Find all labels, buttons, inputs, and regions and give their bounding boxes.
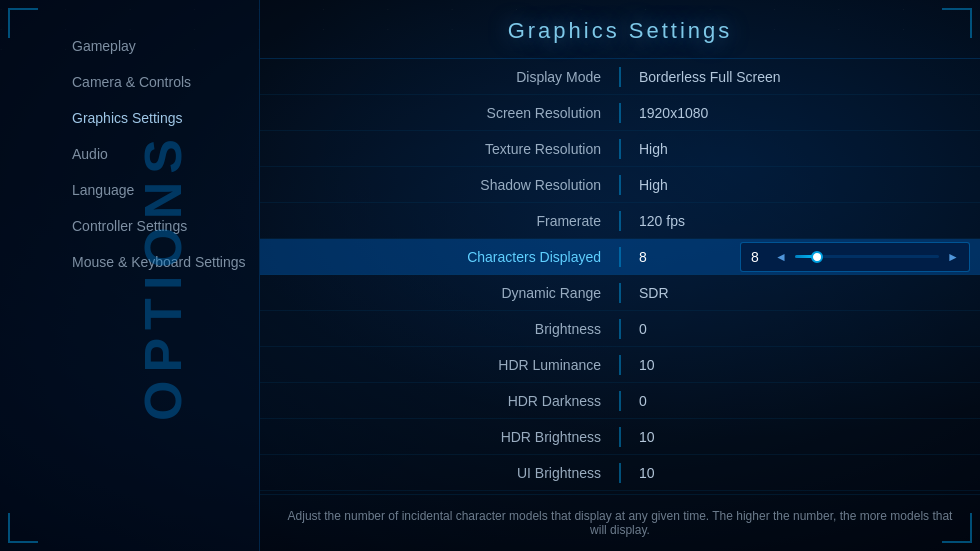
setting-value-ui-brightness: 10 <box>623 457 980 489</box>
sidebar-item-gameplay[interactable]: Gameplay <box>60 30 259 62</box>
slider-right-arrow[interactable]: ► <box>947 250 959 264</box>
setting-value-framerate: 120 fps <box>623 205 980 237</box>
setting-divider-screen-resolution <box>619 103 621 123</box>
setting-divider-characters-displayed <box>619 247 621 267</box>
setting-label-characters-displayed: Characters Displayed <box>260 241 617 273</box>
setting-value-hdr-luminance: 10 <box>623 349 980 381</box>
setting-divider-hdr-brightness <box>619 427 621 447</box>
setting-row-brightness[interactable]: Brightness0 <box>260 311 980 347</box>
setting-label-hdr-luminance: HDR Luminance <box>260 349 617 381</box>
setting-divider-dynamic-range <box>619 283 621 303</box>
setting-label-ui-brightness: UI Brightness <box>260 457 617 489</box>
slider-left-arrow[interactable]: ◄ <box>775 250 787 264</box>
corner-decoration-tr <box>942 8 972 38</box>
setting-divider-framerate <box>619 211 621 231</box>
panel-title: Graphics Settings <box>260 0 980 59</box>
setting-label-texture-resolution: Texture Resolution <box>260 133 617 165</box>
setting-value-texture-resolution: High <box>623 133 980 165</box>
setting-value-display-mode: Borderless Full Screen <box>623 61 980 93</box>
setting-row-texture-resolution[interactable]: Texture ResolutionHigh <box>260 131 980 167</box>
setting-value-screen-resolution: 1920x1080 <box>623 97 980 129</box>
setting-row-characters-displayed[interactable]: Characters Displayed88◄► <box>260 239 980 275</box>
setting-divider-hdr-darkness <box>619 391 621 411</box>
slider-current-value: 8 <box>751 249 767 265</box>
settings-list: Display ModeBorderless Full ScreenScreen… <box>260 59 980 494</box>
slider-popup: 8◄► <box>740 242 970 272</box>
sidebar-item-camera-controls[interactable]: Camera & Controls <box>60 66 259 98</box>
setting-row-framerate[interactable]: Framerate120 fps <box>260 203 980 239</box>
setting-value-brightness: 0 <box>623 313 980 345</box>
setting-value-dynamic-range: SDR <box>623 277 980 309</box>
setting-value-hdr-darkness: 0 <box>623 385 980 417</box>
slider-thumb[interactable] <box>811 251 823 263</box>
corner-decoration-tl <box>8 8 38 38</box>
setting-divider-hdr-luminance <box>619 355 621 375</box>
setting-divider-ui-brightness <box>619 463 621 483</box>
corner-decoration-br <box>942 513 972 543</box>
setting-value-shadow-resolution: High <box>623 169 980 201</box>
setting-label-brightness: Brightness <box>260 313 617 345</box>
main-panel: Graphics Settings Display ModeBorderless… <box>260 0 980 551</box>
setting-value-hdr-brightness: 10 <box>623 421 980 453</box>
setting-label-hdr-brightness: HDR Brightness <box>260 421 617 453</box>
setting-label-display-mode: Display Mode <box>260 61 617 93</box>
setting-divider-display-mode <box>619 67 621 87</box>
setting-row-shadow-resolution[interactable]: Shadow ResolutionHigh <box>260 167 980 203</box>
setting-row-display-mode[interactable]: Display ModeBorderless Full Screen <box>260 59 980 95</box>
setting-row-hdr-brightness[interactable]: HDR Brightness10 <box>260 419 980 455</box>
setting-row-hdr-luminance[interactable]: HDR Luminance10 <box>260 347 980 383</box>
bottom-description: Adjust the number of incidental characte… <box>260 494 980 551</box>
sidebar-item-graphics-settings[interactable]: Graphics Settings <box>60 102 259 134</box>
sidebar: Options GameplayCamera & ControlsGraphic… <box>0 0 260 551</box>
setting-label-framerate: Framerate <box>260 205 617 237</box>
setting-divider-shadow-resolution <box>619 175 621 195</box>
setting-row-ui-brightness[interactable]: UI Brightness10 <box>260 455 980 491</box>
setting-row-dynamic-range[interactable]: Dynamic RangeSDR <box>260 275 980 311</box>
options-label: Options <box>133 130 193 420</box>
corner-decoration-bl <box>8 513 38 543</box>
setting-divider-texture-resolution <box>619 139 621 159</box>
setting-row-screen-resolution[interactable]: Screen Resolution1920x1080 <box>260 95 980 131</box>
setting-divider-brightness <box>619 319 621 339</box>
setting-label-hdr-darkness: HDR Darkness <box>260 385 617 417</box>
setting-label-screen-resolution: Screen Resolution <box>260 97 617 129</box>
slider-track[interactable] <box>795 255 939 258</box>
setting-label-shadow-resolution: Shadow Resolution <box>260 169 617 201</box>
setting-label-dynamic-range: Dynamic Range <box>260 277 617 309</box>
setting-row-hdr-darkness[interactable]: HDR Darkness0 <box>260 383 980 419</box>
